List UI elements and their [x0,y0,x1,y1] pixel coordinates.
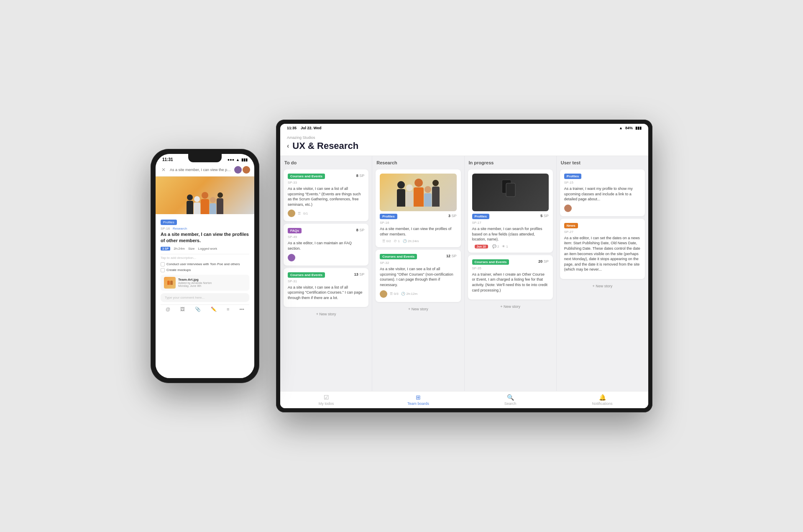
checkbox-1[interactable] [161,262,165,266]
col-header-inprogress: In progress [468,160,553,165]
edit-icon[interactable]: ✏️ [211,307,217,312]
card-text-sp17: As a site member, I can search for profi… [472,226,549,242]
card-sp17-top: Profiles 5 SP [472,214,549,219]
card-text-sp32: As a site visitor, I can see a list of a… [380,266,456,287]
card-sp35-top: Courses and Events 20 SP [472,259,549,265]
card-ref-sp49: SP-49 [288,235,364,239]
scene: 11:31 ●●● ▲ ▮▮▮ ✕ As a site member, I ca… [125,95,678,437]
image-icon[interactable]: 🖼 [180,307,185,312]
sp-count-sp31: 13 SP [354,272,365,276]
new-story-todo[interactable]: + New story [284,309,368,319]
card-person-4 [424,186,432,207]
phone-attachment: Team-Art.jpg Added by Amanda Norton Mond… [161,275,249,291]
card-sp49-top: FAQs 8 SP [288,228,364,233]
card-ref-sp17: SP-17 [472,221,549,225]
tag-courses-events-4: Courses and Events [472,259,509,265]
tablet-status-bar: 11:35 Jul 22. Wed ▲ 84% ▮▮▮ [280,124,648,132]
close-button[interactable]: ✕ [160,166,167,174]
card-person-3 [414,179,424,207]
tablet-nav: ☑ My todos ⊞ Team boards 🔍 Search 🔔 Noti… [280,391,648,408]
card-person-5 [432,180,440,207]
new-story-usertest[interactable]: + New story [560,281,645,291]
col-header-todo: To do [284,160,368,165]
card-sp32-top: Courses and Events 12 SP [380,254,456,259]
card-footer-sp49 [288,254,364,261]
date-badge-sp17: Jun 10 [475,245,488,248]
phone-comment-bar[interactable]: Type your comment here... [161,293,249,302]
card-avatar-sp33 [288,210,295,217]
card-footer-sp17: Jun 10 💬 2 👁 1 [472,245,549,248]
tablet-page-title: ‹ UX & Research [287,141,642,151]
person-figure-2 [194,196,200,214]
card-sp32: Courses and Events 12 SP SP-32 As a site… [376,250,460,302]
tablet-battery: 84% [625,126,633,130]
device-svg [494,176,527,209]
card-footer-sp32: ☰ 0/3 🕐 2h:12m [380,290,456,298]
card-ref-sp16: SP-16 [380,221,456,225]
col-header-usertest: User test [560,160,645,165]
card-sp33: Courses and Events 8 SP SP-33 As a site … [284,169,368,221]
phone-size-label: Size [188,247,195,251]
back-arrow-button[interactable]: ‹ [287,142,289,150]
card-text-sp16: As a site member, I can view the profile… [380,226,456,237]
svg-rect-1 [506,183,515,197]
card-stats-sp33: ☰ 0/1 [298,212,308,215]
tablet-board: To do Courses and Events 8 SP SP-33 As a… [280,156,648,391]
col-header-research: Research [376,160,460,165]
card-person-1 [397,181,405,207]
card-footer-sp33: ☰ 0/1 [288,210,364,217]
checklist-icon: ☰ [298,212,301,215]
phone-profiles-badge: Profiles [161,220,177,225]
column-research: Research [372,156,464,391]
phone-sp-badge: 3 SP [161,247,170,251]
phone-hero-image [156,176,254,214]
tablet-status-left: 11:35 Jul 22. Wed [287,126,321,130]
more-icon[interactable]: ••• [239,307,244,312]
phone-story-ref: SP-16 Research [161,227,249,230]
research-link[interactable]: Research [173,227,187,230]
card-ref-sp15: SP-15 [564,181,641,184]
phone-time: 11:31 [162,157,173,162]
column-todo: To do Courses and Events 8 SP SP-33 As a… [280,156,372,391]
at-icon[interactable]: @ [166,307,170,312]
phone-top-bar: ✕ As a site member, I can view the profi… [156,164,254,176]
tablet-device: 11:35 Jul 22. Wed ▲ 84% ▮▮▮ Amazing Stud… [276,120,652,412]
card-ref-sp27: SP-27 [564,230,641,234]
phone-avatar-group [234,166,250,174]
nav-item-search[interactable]: 🔍 Search [464,394,556,406]
nav-item-notifications[interactable]: 🔔 Notifications [556,394,648,406]
person-figure-4 [210,197,216,214]
card-text-sp49: As a site editor, I can maintain an FAQ … [288,240,364,251]
card-sp31-top: Courses and Events 13 SP [288,272,364,278]
attachment-date: Monday, June 8th [178,284,212,287]
new-story-research[interactable]: + New story [376,304,460,314]
phone-desc-placeholder[interactable]: Tap to add description... [161,256,249,260]
card-sp27-top: News [564,223,641,228]
card-sp16: Profiles 3 SP SP-16 As a site member, I … [376,169,460,247]
phone-meta: 3 SP 2h:24m Size Logged work [161,247,249,251]
phone-time-meta: 2h:24m [174,247,185,251]
tablet-time: 11:35 [287,126,297,130]
nav-label-teamboards: Team boards [407,402,429,406]
tag-courses-events-2: Courses and Events [288,272,325,278]
nav-item-teamboards[interactable]: ⊞ Team boards [372,394,464,406]
card-sp35: Courses and Events 20 SP SP-35 As a trai… [468,255,553,299]
nav-item-mytodos[interactable]: ☑ My todos [280,394,372,406]
attachment-added-by: Added by Amanda Norton [178,281,212,284]
sp-count-sp16: 3 SP [448,214,457,218]
attachment-icon[interactable]: 📎 [195,307,201,312]
new-story-inprogress[interactable]: + New story [468,302,553,311]
card-sp16-image [380,174,456,211]
phone-content-area: Profiles SP-16 Research As a site member… [156,214,254,378]
search-icon: 🔍 [507,394,514,401]
list-icon[interactable]: ≡ [227,307,229,312]
card-sp15: Profiles SP-15 As a trainer, I want my p… [560,169,645,216]
column-inprogress: In progress Profiles 5 SP [465,156,557,391]
phone-signal-icon: ●●● [228,158,234,162]
card-sp17: Profiles 5 SP SP-17 As a site member, I … [468,169,553,253]
sp-count-sp32: 12 SP [446,254,457,258]
card-ref-sp31: SP-31 [288,279,364,283]
card-stats-sp17: Jun 10 💬 2 👁 1 [475,245,508,248]
tablet-wifi-icon: ▲ [619,126,623,130]
checkbox-2[interactable] [161,268,165,272]
